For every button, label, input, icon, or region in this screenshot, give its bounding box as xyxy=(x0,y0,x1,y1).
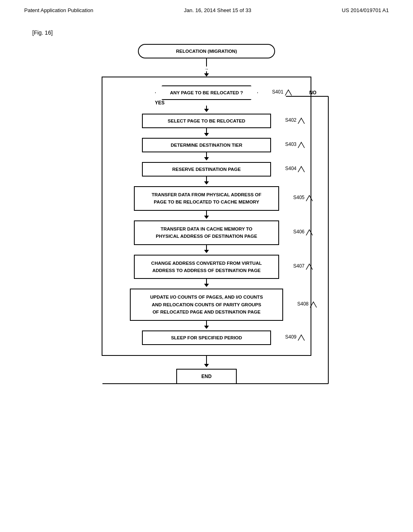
s401-decision-box: ANY PAGE TO BE RELOCATED ? xyxy=(155,85,258,100)
s401-num: S401 xyxy=(272,89,284,95)
s406-label: S406 xyxy=(293,229,313,236)
arrow-s405-s406 xyxy=(204,211,209,219)
no-label: NO xyxy=(309,90,317,96)
s407-checkmark xyxy=(305,263,313,270)
s401-label: S401 xyxy=(272,89,292,96)
arrow-s406-s407 xyxy=(204,245,209,253)
page-header: Patent Application Publication Jan. 16, … xyxy=(0,0,413,17)
arrowhead-5 xyxy=(204,181,209,185)
s405-checkmark xyxy=(305,195,313,202)
yes-label: YES xyxy=(155,100,165,106)
arrow-s404-s405 xyxy=(204,177,209,185)
s406-wrapper: TRANSFER DATA IN CACHE MEMORY TOPHYSICAL… xyxy=(134,220,279,245)
header-left: Patent Application Publication xyxy=(24,7,93,13)
arrowhead-end xyxy=(204,364,209,367)
s406-checkmark xyxy=(305,229,313,236)
arrow-s403-s404 xyxy=(204,152,209,160)
s407-box: CHANGE ADDRESS CONVERTED FROM VIRTUALADD… xyxy=(134,255,279,279)
s405-label: S405 xyxy=(293,195,313,202)
arrowhead-8 xyxy=(204,284,209,287)
s402-checkmark xyxy=(297,117,305,125)
s408-label: S408 xyxy=(297,301,317,308)
s409-wrapper: SLEEP FOR SPECIFIED PERIOD S409 xyxy=(142,330,271,345)
title-text: RELOCATION (MIGRATION) xyxy=(176,49,237,54)
s408-box: UPDATE I/O COUNTS OF PAGES, AND I/O COUN… xyxy=(130,289,283,320)
flow-inner: ANY PAGE TO BE RELOCATED ? S401 NO YES xyxy=(102,77,311,355)
s402-wrapper: SELECT PAGE TO BE RELOCATED S402 xyxy=(142,114,271,128)
s401-wrapper: ANY PAGE TO BE RELOCATED ? S401 NO xyxy=(119,85,294,100)
s402-box: SELECT PAGE TO BE RELOCATED xyxy=(142,114,271,128)
arrowhead-3 xyxy=(204,133,209,136)
s404-box: RESERVE DESTINATION PAGE xyxy=(142,162,271,177)
title-wrapper: RELOCATION (MIGRATION) xyxy=(138,44,275,58)
s402-label: S402 xyxy=(285,117,305,125)
arrowhead-4 xyxy=(204,157,209,160)
s404-checkmark xyxy=(297,166,305,173)
s403-label: S403 xyxy=(285,141,305,149)
s405-box: TRANSFER DATA FROM PHYSICAL ADDRESS OFPA… xyxy=(134,186,279,211)
diagram: RELOCATION (MIGRATION) → ANY PAGE TO BE … xyxy=(0,40,413,400)
s406-text: TRANSFER DATA IN CACHE MEMORY TOPHYSICAL… xyxy=(156,227,257,239)
arrow-outer-to-end xyxy=(204,356,209,367)
s403-box: DETERMINE DESTINATION TIER xyxy=(142,138,271,152)
arrow-s407-s408 xyxy=(204,279,209,287)
s403-checkmark xyxy=(297,141,305,149)
end-box: END xyxy=(176,369,236,384)
s405-text: TRANSFER DATA FROM PHYSICAL ADDRESS OFPA… xyxy=(152,192,261,204)
arrowhead-7 xyxy=(204,250,209,253)
header-right: US 2014/019701 A1 xyxy=(342,7,389,13)
s408-wrapper: UPDATE I/O COUNTS OF PAGES, AND I/O COUN… xyxy=(130,289,283,320)
s409-text: SLEEP FOR SPECIFIED PERIOD xyxy=(171,335,242,340)
s401-checkmark xyxy=(284,89,292,96)
arrowhead-1 xyxy=(204,73,209,77)
title-box: RELOCATION (MIGRATION) xyxy=(138,44,275,58)
s409-label: S409 xyxy=(285,334,305,341)
arrow-s401-s402 xyxy=(204,106,209,112)
arrowhead-6 xyxy=(204,216,209,219)
s401-decision-container: ANY PAGE TO BE RELOCATED ? S401 NO xyxy=(155,85,258,100)
s407-text: CHANGE ADDRESS CONVERTED FROM VIRTUALADD… xyxy=(151,261,262,273)
s403-wrapper: DETERMINE DESTINATION TIER S403 xyxy=(142,138,271,152)
s403-text: DETERMINE DESTINATION TIER xyxy=(171,143,242,148)
s407-wrapper: CHANGE ADDRESS CONVERTED FROM VIRTUALADD… xyxy=(134,255,279,279)
s404-label: S404 xyxy=(285,166,305,173)
arrow-title-to-s401: → xyxy=(204,58,209,77)
arrowhead-9 xyxy=(204,326,209,329)
s407-label: S407 xyxy=(293,263,313,270)
s409-checkmark xyxy=(297,334,305,341)
arrow-s408-s409 xyxy=(204,321,209,329)
yes-arrow-container: YES xyxy=(119,100,294,106)
right-arrow-indicator: → xyxy=(204,66,209,71)
arrowhead-2 xyxy=(204,109,209,112)
s402-text: SELECT PAGE TO BE RELOCATED xyxy=(168,118,245,123)
end-text: END xyxy=(201,374,211,379)
outer-loop-box: ANY PAGE TO BE RELOCATED ? S401 NO YES xyxy=(102,77,311,356)
s405-wrapper: TRANSFER DATA FROM PHYSICAL ADDRESS OFPA… xyxy=(134,186,279,211)
figure-label: [Fig. 16] xyxy=(0,17,413,40)
s408-checkmark xyxy=(309,301,317,308)
s409-box: SLEEP FOR SPECIFIED PERIOD xyxy=(142,330,271,345)
s408-text: UPDATE I/O COUNTS OF PAGES, AND I/O COUN… xyxy=(150,295,263,314)
arrow-s402-s403 xyxy=(204,128,209,136)
s404-wrapper: RESERVE DESTINATION PAGE S404 xyxy=(142,162,271,177)
end-wrapper: END xyxy=(176,369,236,384)
s401-text: ANY PAGE TO BE RELOCATED ? xyxy=(170,90,243,95)
s404-text: RESERVE DESTINATION PAGE xyxy=(172,167,241,172)
header-center: Jan. 16, 2014 Sheet 15 of 33 xyxy=(184,7,251,13)
s406-box: TRANSFER DATA IN CACHE MEMORY TOPHYSICAL… xyxy=(134,220,279,245)
